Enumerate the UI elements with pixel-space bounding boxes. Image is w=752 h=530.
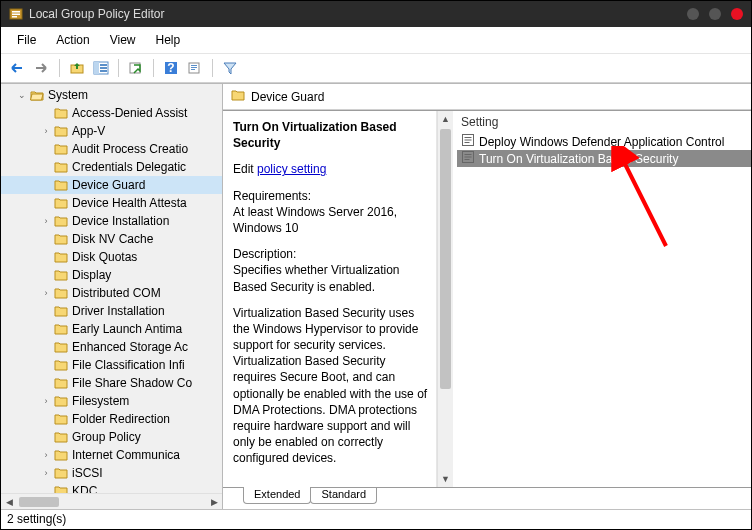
tab-standard[interactable]: Standard — [310, 487, 377, 504]
svg-rect-2 — [12, 14, 20, 16]
tree-node[interactable]: Device Guard — [1, 176, 222, 194]
tree-node[interactable]: Audit Process Creatio — [1, 140, 222, 158]
show-hide-tree-button[interactable] — [90, 57, 112, 79]
svg-rect-14 — [191, 65, 197, 66]
tree-label: Display — [72, 268, 111, 282]
tree-node[interactable]: Early Launch Antima — [1, 320, 222, 338]
tree-node[interactable]: Driver Installation — [1, 302, 222, 320]
status-text: 2 setting(s) — [7, 512, 66, 526]
folder-icon — [53, 430, 69, 444]
tree[interactable]: ⌄SystemAccess-Denied Assist›App-VAudit P… — [1, 84, 222, 493]
settings-pane: Setting Deploy Windows Defender Applicat… — [453, 111, 751, 487]
policy-icon — [461, 150, 475, 167]
collapse-icon[interactable]: ⌄ — [15, 90, 29, 100]
app-icon — [9, 7, 23, 21]
tree-node[interactable]: ›Device Installation — [1, 212, 222, 230]
tree-node[interactable]: ›Internet Communica — [1, 446, 222, 464]
tree-node[interactable]: Disk NV Cache — [1, 230, 222, 248]
tree-node[interactable]: KDC — [1, 482, 222, 493]
tree-node[interactable]: Enhanced Storage Ac — [1, 338, 222, 356]
expand-icon[interactable]: › — [39, 450, 53, 460]
expand-icon[interactable]: › — [39, 288, 53, 298]
close-button[interactable] — [731, 8, 743, 20]
tree-label: Disk NV Cache — [72, 232, 153, 246]
svg-rect-3 — [12, 16, 17, 18]
tree-node[interactable]: Device Health Attesta — [1, 194, 222, 212]
tree-label: Audit Process Creatio — [72, 142, 188, 156]
maximize-button[interactable] — [709, 8, 721, 20]
tree-label: Device Health Attesta — [72, 196, 187, 210]
tree-label: Distributed COM — [72, 286, 161, 300]
folder-icon — [53, 268, 69, 282]
tree-node[interactable]: File Share Shadow Co — [1, 374, 222, 392]
menu-action[interactable]: Action — [46, 29, 99, 51]
tree-node[interactable]: ›Distributed COM — [1, 284, 222, 302]
setting-row[interactable]: Deploy Windows Defender Application Cont… — [457, 133, 751, 150]
tree-label: Driver Installation — [72, 304, 165, 318]
folder-icon — [53, 484, 69, 493]
tree-node[interactable]: ›App-V — [1, 122, 222, 140]
svg-rect-24 — [465, 159, 470, 160]
tree-h-scrollbar[interactable]: ◀▶ — [1, 493, 222, 509]
tree-label: Filesystem — [72, 394, 129, 408]
folder-icon — [53, 358, 69, 372]
tree-label: File Classification Infi — [72, 358, 185, 372]
right-header: Device Guard — [223, 84, 751, 110]
description-body: Virtualization Based Security uses the W… — [233, 305, 430, 467]
tree-node[interactable]: Access-Denied Assist — [1, 104, 222, 122]
expand-icon[interactable]: › — [39, 126, 53, 136]
window-title: Local Group Policy Editor — [29, 7, 677, 21]
tree-node[interactable]: ›iSCSI — [1, 464, 222, 482]
right-tabs: Extended Standard — [223, 487, 751, 509]
properties-button[interactable] — [184, 57, 206, 79]
tree-node[interactable]: Group Policy — [1, 428, 222, 446]
expand-icon[interactable]: › — [39, 216, 53, 226]
tree-node-system[interactable]: ⌄System — [1, 86, 222, 104]
tree-node[interactable]: ›Filesystem — [1, 392, 222, 410]
policy-icon — [461, 133, 475, 150]
tree-label: System — [48, 88, 88, 102]
folder-icon — [53, 448, 69, 462]
edit-policy-link[interactable]: Edit policy setting — [233, 161, 430, 177]
folder-icon — [231, 89, 245, 104]
folder-icon — [53, 322, 69, 336]
right-header-title: Device Guard — [251, 90, 324, 104]
menu-help[interactable]: Help — [146, 29, 191, 51]
back-button[interactable] — [7, 57, 29, 79]
tree-label: KDC — [72, 484, 97, 493]
svg-rect-22 — [465, 154, 472, 155]
menu-view[interactable]: View — [100, 29, 146, 51]
tree-node[interactable]: Disk Quotas — [1, 248, 222, 266]
tree-label: iSCSI — [72, 466, 103, 480]
tree-node[interactable]: Folder Redirection — [1, 410, 222, 428]
minimize-button[interactable] — [687, 8, 699, 20]
svg-rect-18 — [465, 137, 472, 138]
toolbar: ? — [1, 54, 751, 83]
expand-icon[interactable]: › — [39, 396, 53, 406]
help-button[interactable]: ? — [160, 57, 182, 79]
setting-row[interactable]: Turn On Virtualization Based Security — [457, 150, 751, 167]
menu-file[interactable]: File — [7, 29, 46, 51]
desc-v-scrollbar[interactable]: ▲ ▼ — [437, 111, 453, 487]
forward-button[interactable] — [31, 57, 53, 79]
folder-icon — [53, 376, 69, 390]
folder-icon — [53, 412, 69, 426]
tab-extended[interactable]: Extended — [243, 487, 311, 504]
folder-icon — [53, 394, 69, 408]
description-pane: Turn On Virtualization Based Security Ed… — [223, 111, 437, 487]
folder-icon — [53, 340, 69, 354]
settings-column-header[interactable]: Setting — [453, 111, 751, 133]
setting-label: Deploy Windows Defender Application Cont… — [479, 135, 724, 149]
tree-pane: ⌄SystemAccess-Denied Assist›App-VAudit P… — [1, 84, 223, 509]
tree-label: Folder Redirection — [72, 412, 170, 426]
settings-list[interactable]: Deploy Windows Defender Application Cont… — [453, 133, 751, 487]
tree-node[interactable]: File Classification Infi — [1, 356, 222, 374]
tree-node[interactable]: Display — [1, 266, 222, 284]
tree-label: Enhanced Storage Ac — [72, 340, 188, 354]
export-list-button[interactable] — [125, 57, 147, 79]
filter-button[interactable] — [219, 57, 241, 79]
expand-icon[interactable]: › — [39, 468, 53, 478]
tree-node[interactable]: Credentials Delegatic — [1, 158, 222, 176]
up-button[interactable] — [66, 57, 88, 79]
svg-rect-8 — [100, 67, 107, 69]
